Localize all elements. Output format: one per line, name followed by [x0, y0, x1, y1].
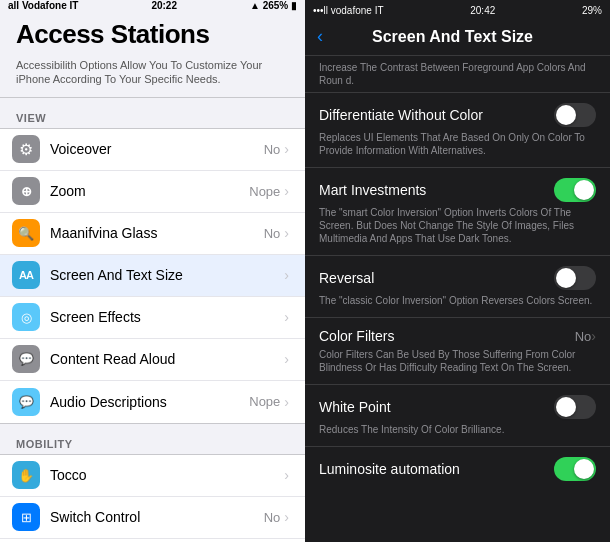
screen-text-label: Screen And Text Size [50, 267, 284, 283]
battery-right: 29% [582, 5, 602, 16]
list-item-voiceover[interactable]: ⚙ Voiceover No › [0, 129, 305, 171]
left-panel: all Vodafone IT 20:22 ▲ 265% ▮ Access St… [0, 0, 305, 542]
mart-investments-toggle[interactable] [554, 178, 596, 202]
list-item-audio-descriptions[interactable]: 💬 Audio Descriptions Nope › [0, 381, 305, 423]
right-row-differentiate[interactable]: Differentiate Without Color Replaces UI … [305, 93, 610, 168]
screen-effects-label: Screen Effects [50, 309, 284, 325]
voiceover-label: Voiceover [50, 141, 264, 157]
color-filters-value: No [575, 329, 592, 344]
switch-control-label: Switch Control [50, 509, 264, 525]
right-row-increase-contrast: Increase The Contrast Between Foreground… [305, 56, 610, 93]
mart-investments-desc: The "smart Color Inversion" Option Inver… [319, 206, 596, 245]
list-item-zoom[interactable]: ⊕ Zoom Nope › [0, 171, 305, 213]
back-button[interactable]: ‹ [317, 26, 323, 47]
white-point-label: White Point [319, 399, 391, 415]
differentiate-toggle[interactable] [554, 103, 596, 127]
status-bar-right: •••ll vodafone IT 20:42 29% [305, 0, 610, 20]
right-row-white-point[interactable]: White Point Reduces The Intensity Of Col… [305, 385, 610, 447]
page-title-left: Access Stations [0, 11, 305, 54]
right-row-luminosite[interactable]: Luminosite automation [305, 447, 610, 495]
battery-left: ▲ 265% ▮ [250, 0, 297, 11]
chevron-icon: › [284, 225, 289, 241]
magnifying-glass-icon: 🔍 [12, 219, 40, 247]
luminosite-label: Luminosite automation [319, 461, 460, 477]
color-filters-desc: Color Filters Can Be Used By Those Suffe… [319, 348, 596, 374]
magnifying-glass-value: No [264, 226, 281, 241]
chevron-icon: › [284, 267, 289, 283]
list-item-screen-text-size[interactable]: AA Screen And Text Size › [0, 255, 305, 297]
right-row-mart-investments[interactable]: Mart Investments The "smart Color Invers… [305, 168, 610, 256]
right-row-reversal[interactable]: Reversal The "classic Color Inversion" O… [305, 256, 610, 318]
zoom-label: Zoom [50, 183, 249, 199]
right-nav-header: ‹ Screen And Text Size [305, 20, 610, 56]
content-read-aloud-icon: 💬 [12, 345, 40, 373]
carrier-right: •••ll vodafone IT [313, 5, 384, 16]
list-item-screen-effects[interactable]: ◎ Screen Effects › [0, 297, 305, 339]
chevron-icon: › [284, 467, 289, 483]
list-item-tocco[interactable]: ✋ Tocco › [0, 455, 305, 497]
section-header-mobility: MOBILITY [0, 424, 305, 454]
chevron-icon: › [284, 183, 289, 199]
screen-text-icon: AA [12, 261, 40, 289]
tocco-label: Tocco [50, 467, 284, 483]
screen-effects-icon: ◎ [12, 303, 40, 331]
color-filters-label: Color Filters [319, 328, 394, 344]
section-header-view: VIEW [0, 98, 305, 128]
page-subtitle-left: Accessibilith Options Allow You To Custo… [0, 54, 305, 98]
tocco-icon: ✋ [12, 461, 40, 489]
voiceover-value: No [264, 142, 281, 157]
list-item-switch-control[interactable]: ⊞ Switch Control No › [0, 497, 305, 539]
list-item-magnifying-glass[interactable]: 🔍 Maanifvina Glass No › [0, 213, 305, 255]
chevron-icon: › [591, 328, 596, 344]
list-item-content-read-aloud[interactable]: 💬 Content Read Aloud › [0, 339, 305, 381]
chevron-icon: › [284, 394, 289, 410]
time-left: 20:22 [151, 0, 177, 11]
magnifying-glass-label: Maanifvina Glass [50, 225, 264, 241]
mart-investments-label: Mart Investments [319, 182, 426, 198]
switch-control-value: No [264, 510, 281, 525]
chevron-icon: › [284, 141, 289, 157]
zoom-icon: ⊕ [12, 177, 40, 205]
white-point-desc: Reduces The Intensity Of Color Brillianc… [319, 423, 596, 436]
right-panel: •••ll vodafone IT 20:42 29% ‹ Screen And… [305, 0, 610, 542]
list-item-voice-control[interactable]: 💬 Voice Control No › [0, 539, 305, 542]
right-content: Increase The Contrast Between Foreground… [305, 56, 610, 542]
voiceover-icon: ⚙ [12, 135, 40, 163]
luminosite-toggle[interactable] [554, 457, 596, 481]
audio-descriptions-value: Nope [249, 394, 280, 409]
chevron-icon: › [284, 351, 289, 367]
white-point-toggle[interactable] [554, 395, 596, 419]
audio-descriptions-icon: 💬 [12, 388, 40, 416]
switch-control-icon: ⊞ [12, 503, 40, 531]
content-read-aloud-label: Content Read Aloud [50, 351, 284, 367]
reversal-toggle[interactable] [554, 266, 596, 290]
audio-descriptions-label: Audio Descriptions [50, 394, 249, 410]
right-row-color-filters[interactable]: Color Filters No › Color Filters Can Be … [305, 318, 610, 385]
carrier-left: all Vodafone IT [8, 0, 78, 11]
differentiate-desc: Replaces UI Elements That Are Based On O… [319, 131, 596, 157]
chevron-icon: › [284, 309, 289, 325]
chevron-icon: › [284, 509, 289, 525]
zoom-value: Nope [249, 184, 280, 199]
settings-group-mobility: ✋ Tocco › ⊞ Switch Control No › 💬 Voice … [0, 454, 305, 542]
differentiate-label: Differentiate Without Color [319, 107, 483, 123]
status-bar-left: all Vodafone IT 20:22 ▲ 265% ▮ [0, 0, 305, 11]
settings-group-view: ⚙ Voiceover No › ⊕ Zoom Nope › 🔍 Maanifv… [0, 128, 305, 424]
reversal-label: Reversal [319, 270, 374, 286]
time-right: 20:42 [470, 5, 495, 16]
increase-contrast-desc: Increase The Contrast Between Foreground… [319, 61, 596, 87]
reversal-desc: The "classic Color Inversion" Option Rev… [319, 294, 596, 307]
right-page-title: Screen And Text Size [331, 28, 574, 46]
